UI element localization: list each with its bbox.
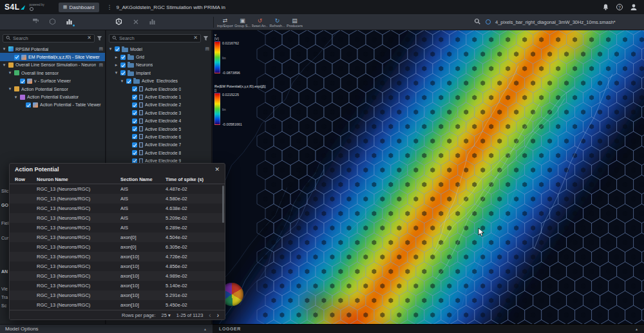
table-row[interactable]: RGC_13 (Neurons/RGC)axon[0]6.305e-02 [10, 242, 225, 252]
row-action-icon[interactable]: ▤ [205, 46, 209, 52]
close-icon[interactable]: ✕ [214, 166, 220, 173]
group-button[interactable]: ▣Group S... [234, 15, 251, 30]
expander-icon[interactable]: ▾ [120, 79, 124, 84]
checkbox[interactable] [132, 86, 137, 91]
checkbox[interactable] [20, 79, 25, 84]
row-action-icon[interactable]: ▤ [99, 62, 103, 68]
checkbox[interactable] [115, 46, 120, 52]
table-row[interactable]: RGC_13 (Neurons/RGC)AIS4.580e-02 [10, 194, 225, 204]
table-row[interactable]: RGC_13 (Neurons/RGC)axon[10]5.291e-02 [10, 290, 225, 300]
filter-funnel-icon[interactable] [203, 32, 209, 44]
model-options-bar[interactable]: Model Options ▴ [0, 324, 213, 333]
search-input[interactable]: Search ✕ [3, 34, 95, 43]
checkbox[interactable] [14, 55, 19, 60]
checkbox[interactable] [132, 142, 137, 147]
checkbox[interactable] [120, 55, 126, 60]
expander-icon[interactable]: ▾ [114, 70, 118, 75]
table-row[interactable]: RGC_13 (Neurons/RGC)axon[10]5.450e-02 [10, 300, 225, 310]
clear-search-icon[interactable]: ✕ [193, 35, 198, 41]
checkbox[interactable] [132, 119, 137, 124]
tree-item-model[interactable]: ▾Model▤ [106, 45, 211, 53]
dialog-header[interactable]: Action Potential ✕ [10, 164, 225, 175]
checkbox[interactable] [132, 126, 137, 131]
dashboard-button[interactable]: ▦ Dashboard [59, 3, 99, 12]
logger-bar[interactable]: LOGGER ▴ [213, 324, 644, 333]
tree-item-overall-line-sensor-simulation-neuron[interactable]: ▾Overall Line Sensor Simulation - Neuron… [0, 61, 105, 69]
tree-item-active-electrode-5[interactable]: Active Electrode 5 [106, 125, 211, 133]
tab-menu-dots-icon[interactable]: ⋮ [107, 4, 113, 10]
expander-icon[interactable]: ▾ [2, 62, 6, 68]
expander-icon[interactable]: ▾ [14, 95, 18, 100]
cube-icon[interactable] [47, 16, 58, 27]
filter-funnel-icon[interactable] [97, 32, 102, 44]
file-status-icon[interactable] [486, 19, 491, 24]
table-scrollbar[interactable] [222, 186, 224, 223]
checkbox[interactable] [132, 95, 137, 100]
tree-item-active-electrode-1[interactable]: Active Electrode 1 [106, 93, 211, 100]
tree-item-active-electrode-6[interactable]: Active Electrode 6 [106, 133, 211, 140]
expander-icon[interactable]: ▾ [108, 46, 113, 52]
search-input[interactable]: Search ✕ [109, 34, 201, 43]
checkbox[interactable] [132, 150, 137, 155]
expand-chevron-icon[interactable]: ▴ [204, 327, 206, 331]
tree-item-neurons[interactable]: ▸Neurons [106, 61, 211, 69]
expander-icon[interactable]: ▸ [114, 55, 118, 60]
tree-item-action-potential-evaluator[interactable]: ▾Action Potential Evaluator [0, 93, 105, 100]
tree-item-em-potential-x-y-z-f0-slice-viewer[interactable]: EM Potential(x,y,z,f0) - Slice Viewer [0, 53, 105, 61]
checkbox[interactable] [132, 110, 137, 115]
checkbox[interactable] [126, 79, 131, 84]
checkbox[interactable] [120, 70, 126, 75]
tree-item-grid[interactable]: ▸Grid [106, 53, 211, 61]
tree-item-action-potential-table-viewer[interactable]: Action Potential - Table Viewer [0, 101, 105, 109]
tree-item-active-electrode-2[interactable]: Active Electrode 2 [106, 101, 211, 109]
tree-item-v-surface-viewer[interactable]: v - Surface Viewer [0, 77, 105, 85]
user-profile-icon[interactable] [630, 3, 638, 11]
checkbox[interactable] [120, 62, 126, 68]
tree-item-action-potential-sensor[interactable]: ▾Action Potential Sensor [0, 85, 105, 93]
clear-search-icon[interactable]: ✕ [87, 35, 91, 41]
table-row[interactable]: RGC_13 (Neurons/RGC)axon[10]5.140e-02 [10, 281, 225, 290]
expand-chevron-icon[interactable]: ▴ [636, 327, 638, 331]
tree-item-active-electrode-4[interactable]: Active Electrode 4 [106, 117, 211, 125]
notifications-bell-icon[interactable] [601, 3, 609, 11]
tree-item-active-electrode-8[interactable]: Active Electrode 8 [106, 149, 211, 157]
tree-item-active-electrode-3[interactable]: Active Electrode 3 [106, 109, 211, 117]
tree-item-active-electrodes[interactable]: ▾Active_Electrodes [106, 77, 211, 85]
chart-icon[interactable] [147, 16, 158, 27]
producers-button[interactable]: ▤Producers [287, 15, 303, 30]
table-row[interactable]: RGC_13 (Neurons/RGC)AIS4.487e-02 [10, 184, 225, 194]
import-export-button[interactable]: ⇄Imp/Export [217, 15, 233, 30]
checkbox[interactable] [132, 102, 137, 108]
reset-button[interactable]: ↺Reset An... [252, 15, 268, 30]
table-row[interactable]: RGC_13 (Neurons/RGC)AIS4.638e-02 [10, 204, 225, 213]
analysis-chart-icon[interactable] [64, 16, 75, 27]
expander-icon[interactable]: ▸ [114, 62, 118, 68]
refresh-button[interactable]: ↻Refresh... [269, 15, 285, 30]
expander-icon[interactable]: ▾ [8, 70, 12, 75]
help-icon[interactable]: ? [616, 4, 623, 10]
checkbox[interactable] [26, 102, 31, 108]
expander-icon[interactable]: ▾ [8, 86, 12, 91]
table-row[interactable]: RGC_13 (Neurons/RGC)axon[10]4.726e-02 [10, 252, 225, 262]
table-row[interactable]: RGC_13 (Neurons/RGC)axon[10]4.856e-02 [10, 262, 225, 271]
table-row[interactable]: RGC_13 (Neurons/RGC)axon[10]4.989e-02 [10, 271, 225, 281]
row-action-icon[interactable]: ▤ [99, 46, 103, 52]
checkbox[interactable] [132, 134, 137, 139]
tree-item-overall-line-sensor[interactable]: ▾Overall line sensor [0, 69, 105, 77]
rows-per-page-select[interactable]: 25 ▾ [162, 312, 171, 318]
hexagon-model-icon[interactable] [113, 16, 124, 27]
document-tab[interactable]: 9_AKGoldstein_RGC Stimulation with PRIMA… [117, 5, 225, 10]
delete-x-icon[interactable] [130, 16, 141, 27]
search-icon[interactable] [474, 16, 481, 28]
table-row[interactable]: RGC_13 (Neurons/RGC)axon[0]4.504e-02 [10, 233, 225, 242]
next-page-button[interactable]: › [217, 312, 219, 319]
tree-item-active-electrode-0[interactable]: Active Electrode 0 [106, 85, 211, 93]
brush-icon[interactable] [30, 16, 41, 27]
expander-icon[interactable]: ▾ [2, 46, 6, 52]
previous-page-button[interactable]: ‹ [209, 312, 211, 319]
table-row[interactable]: RGC_13 (Neurons/RGC)AIS5.209e-02 [10, 213, 225, 223]
table-row[interactable]: RGC_13 (Neurons/RGC)AIS6.289e-02 [10, 223, 225, 233]
3d-viewport[interactable]: v[V]0.0216762lin-0.0873896Re(EM Potentia… [213, 30, 644, 324]
tree-item-rpsim-potential[interactable]: ▾RPSIM Potential▤ [0, 45, 105, 53]
tree-item-implant[interactable]: ▾Implant [106, 69, 211, 77]
